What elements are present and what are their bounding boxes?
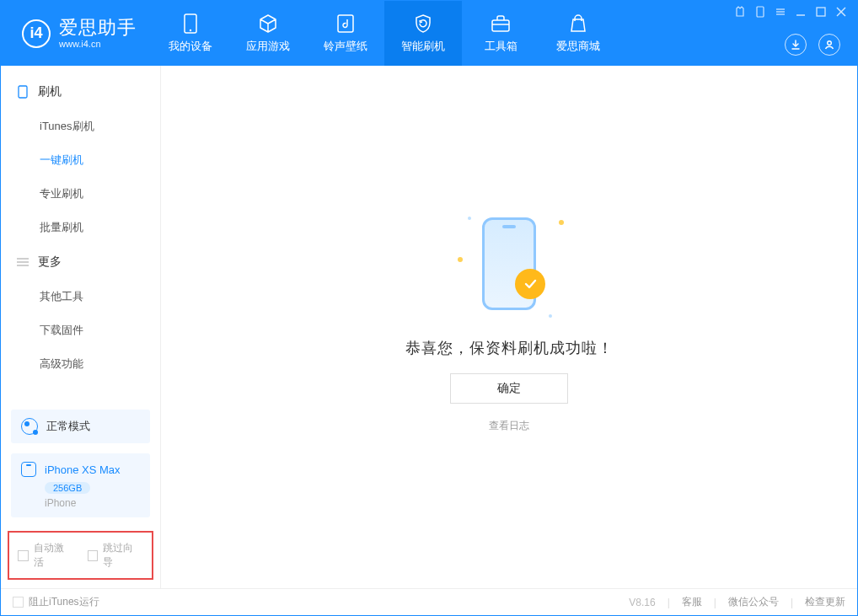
checkbox-icon: [18, 550, 29, 561]
maximize-button[interactable]: [815, 6, 827, 18]
brand-logo-icon: i4: [22, 19, 51, 48]
nav-label: 爱思商城: [556, 39, 600, 54]
sparkle-icon: [549, 314, 552, 318]
svg-rect-5: [757, 7, 764, 17]
svg-point-13: [828, 41, 832, 46]
nav-label: 工具箱: [485, 39, 517, 54]
device-small-icon: [21, 462, 36, 477]
sidebar: 刷机 iTunes刷机 一键刷机 专业刷机 批量刷机 更多 其他工具 下载固件 …: [1, 66, 161, 588]
nav-ringtone-wallpaper[interactable]: 铃声壁纸: [307, 1, 384, 66]
phone-illustration: [454, 205, 564, 323]
user-button[interactable]: [818, 34, 840, 56]
checkbox-icon: [88, 550, 99, 561]
footer-link-support[interactable]: 客服: [682, 595, 702, 609]
version-label: V8.16: [629, 597, 655, 608]
mode-card[interactable]: 正常模式: [11, 410, 150, 443]
svg-rect-14: [19, 86, 27, 98]
checkbox-label: 阻止iTunes运行: [29, 595, 99, 609]
device-name: iPhone XS Max: [45, 463, 121, 476]
sidebar-group-label: 刷机: [38, 84, 62, 99]
device-type: iPhone: [45, 497, 140, 509]
sidebar-item-advanced[interactable]: 高级功能: [1, 347, 160, 381]
footer-right: V8.16 | 客服 | 微信公众号 | 检查更新: [629, 595, 845, 609]
svg-rect-10: [817, 8, 825, 16]
phone-small-icon[interactable]: [754, 6, 766, 18]
download-button[interactable]: [785, 34, 807, 56]
minimize-button[interactable]: [795, 6, 807, 18]
mode-label: 正常模式: [46, 419, 90, 434]
brand: i4 爱思助手 www.i4.cn: [1, 1, 152, 66]
checkbox-auto-activate[interactable]: 自动激活: [18, 541, 74, 570]
phone-small-icon: [16, 85, 29, 99]
brand-title: 爱思助手: [59, 18, 137, 38]
header-actions: [785, 34, 840, 56]
sidebar-item-download-firmware[interactable]: 下载固件: [1, 313, 160, 347]
footer: 阻止iTunes运行 V8.16 | 客服 | 微信公众号 | 检查更新: [1, 588, 857, 615]
checkbox-skip-guide[interactable]: 跳过向导: [88, 541, 144, 570]
checkbox-icon: [13, 597, 24, 608]
body: 刷机 iTunes刷机 一键刷机 专业刷机 批量刷机 更多 其他工具 下载固件 …: [1, 66, 857, 588]
sparkle-icon: [559, 220, 564, 225]
refresh-shield-icon: [412, 13, 434, 35]
sidebar-group-flash: 刷机: [1, 74, 160, 110]
nav-my-device[interactable]: 我的设备: [152, 1, 229, 66]
nav-label: 我的设备: [169, 39, 212, 54]
cube-icon: [257, 13, 279, 35]
nav-apps-games[interactable]: 应用游戏: [229, 1, 307, 66]
sparkle-icon: [458, 257, 463, 262]
sidebar-group-more: 更多: [1, 244, 160, 280]
nav-label: 铃声壁纸: [324, 39, 367, 54]
shirt-icon[interactable]: [734, 6, 746, 18]
window-controls: [734, 6, 847, 18]
view-log-link[interactable]: 查看日志: [489, 419, 529, 433]
separator: |: [714, 597, 716, 608]
nav-store[interactable]: 爱思商城: [539, 1, 617, 66]
menu-icon[interactable]: [775, 6, 786, 18]
device-capacity-chip: 256GB: [45, 482, 90, 494]
svg-rect-3: [492, 20, 509, 31]
device-icon: [180, 13, 201, 35]
store-icon: [567, 13, 589, 35]
success-message: 恭喜您，保资料刷机成功啦！: [405, 338, 614, 358]
toolbox-icon: [490, 13, 512, 35]
sidebar-item-itunes-flash[interactable]: iTunes刷机: [1, 110, 160, 143]
device-row: iPhone XS Max: [21, 462, 140, 477]
sparkle-icon: [468, 217, 471, 220]
success-panel: 恭喜您，保资料刷机成功啦！ 确定 查看日志: [405, 205, 614, 433]
top-nav: 我的设备 应用游戏 铃声壁纸 智能刷机: [152, 1, 617, 66]
nav-label: 应用游戏: [246, 39, 290, 54]
device-card[interactable]: iPhone XS Max 256GB iPhone: [11, 453, 150, 517]
sidebar-item-batch-flash[interactable]: 批量刷机: [1, 211, 160, 244]
check-badge-icon: [515, 269, 545, 299]
separator: |: [791, 597, 793, 608]
highlighted-checkbox-row: 自动激活 跳过向导: [8, 531, 153, 580]
checkbox-label: 跳过向导: [103, 541, 143, 570]
header: i4 爱思助手 www.i4.cn 我的设备 应用游戏: [1, 1, 857, 66]
separator: |: [668, 597, 670, 608]
sidebar-group-label: 更多: [38, 254, 62, 270]
sidebar-item-other-tools[interactable]: 其他工具: [1, 280, 160, 313]
footer-link-wechat[interactable]: 微信公众号: [728, 595, 779, 609]
svg-point-1: [190, 29, 191, 31]
music-file-icon: [335, 13, 357, 35]
sidebar-item-pro-flash[interactable]: 专业刷机: [1, 177, 160, 211]
ok-button[interactable]: 确定: [450, 373, 568, 404]
nav-label: 智能刷机: [401, 39, 445, 54]
menu-lines-icon: [16, 255, 29, 269]
nav-smart-flash[interactable]: 智能刷机: [384, 1, 462, 66]
sidebar-scroll: 刷机 iTunes刷机 一键刷机 专业刷机 批量刷机 更多 其他工具 下载固件 …: [1, 66, 160, 403]
checkbox-block-itunes[interactable]: 阻止iTunes运行: [13, 595, 99, 609]
footer-link-check-update[interactable]: 检查更新: [805, 595, 845, 609]
brand-text: 爱思助手 www.i4.cn: [59, 18, 137, 48]
brand-subtitle: www.i4.cn: [59, 39, 137, 49]
sidebar-item-oneclick-flash[interactable]: 一键刷机: [1, 143, 160, 177]
main-content: 恭喜您，保资料刷机成功啦！ 确定 查看日志: [161, 66, 857, 588]
nav-toolbox[interactable]: 工具箱: [462, 1, 539, 66]
app-window: i4 爱思助手 www.i4.cn 我的设备 应用游戏: [0, 0, 858, 616]
mode-icon: [21, 418, 38, 435]
checkbox-label: 自动激活: [34, 541, 74, 570]
close-button[interactable]: [835, 6, 847, 18]
